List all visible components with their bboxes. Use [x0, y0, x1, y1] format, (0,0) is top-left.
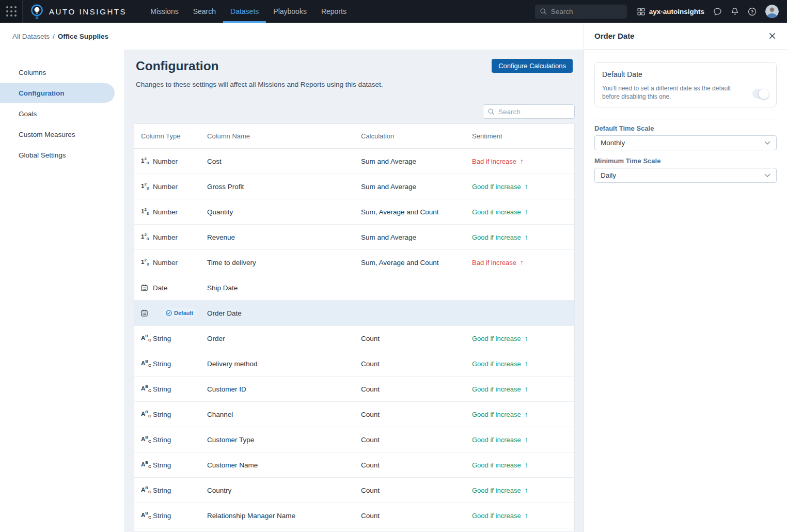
sidebar-item-custom-measures[interactable]: Custom Measures	[0, 124, 115, 145]
check-circle-icon	[166, 310, 172, 316]
arrow-up-icon: ↑	[525, 182, 528, 191]
sentiment-link[interactable]: Good if increase ↑	[472, 385, 528, 393]
table-row[interactable]: ABC String Order Count Good if increase …	[134, 326, 574, 351]
arrow-up-icon: ↑	[525, 385, 528, 393]
nav-item-reports[interactable]: Reports	[314, 0, 354, 23]
main-content: Configuration Changes to these settings …	[124, 50, 584, 532]
table-row[interactable]: 123 Number Gross Profit Sum and Average …	[134, 174, 574, 199]
cell-column-type: ABC String	[134, 461, 200, 469]
close-icon	[769, 33, 776, 39]
nav-item-missions[interactable]: Missions	[143, 0, 185, 23]
cell-column-name: Revenue	[200, 233, 354, 241]
table-row[interactable]: ABC String Customer ID Count Good if inc…	[134, 377, 574, 402]
string-icon: ABC	[141, 511, 150, 520]
cell-column-name: Gross Profit	[200, 183, 354, 191]
table-row[interactable]: 123 Number Quantity Sum, Average and Cou…	[134, 199, 574, 225]
table-row[interactable]: ABC String Customer Name Count Good if i…	[134, 452, 574, 478]
header-calculation: Calculation	[354, 132, 465, 140]
sidebar-item-configuration[interactable]: Configuration	[0, 83, 115, 103]
account-menu[interactable]: ayx-autoinsights	[637, 8, 704, 15]
close-button[interactable]	[769, 33, 776, 39]
sidebar-item-columns[interactable]: Columns	[0, 62, 115, 83]
settings-sidebar: Columns Configuration Goals Custom Measu…	[0, 50, 124, 532]
minimum-time-scale-value: Daily	[601, 171, 616, 179]
cell-column-name: Cost	[200, 158, 354, 165]
cell-sentiment: Good if increase ↑	[465, 359, 574, 368]
cell-calculation: Sum, Average and Count	[354, 259, 465, 267]
app-launcher-button[interactable]	[0, 0, 23, 23]
table-row[interactable]: ABC String Country Count Good if increas…	[134, 478, 574, 503]
sentiment-link[interactable]: Good if increase ↑	[472, 461, 528, 469]
cell-calculation: Sum and Average	[354, 233, 465, 241]
table-row[interactable]: Date Ship Date	[134, 275, 574, 301]
string-icon: ABC	[141, 410, 150, 418]
cell-sentiment: Good if increase ↑	[465, 208, 574, 216]
breadcrumb-current: Office Supplies	[58, 33, 108, 40]
global-search-input[interactable]	[551, 8, 622, 15]
sentiment-link[interactable]: Good if increase ↑	[472, 486, 528, 494]
cell-column-name: Country	[200, 487, 354, 494]
nav-item-search[interactable]: Search	[186, 0, 223, 23]
cell-sentiment: Good if increase ↑	[465, 182, 574, 191]
sentiment-link[interactable]: Good if increase ↑	[472, 182, 528, 191]
header-column-name: Column Name	[200, 132, 354, 140]
date-icon	[141, 284, 150, 291]
nav-item-datasets[interactable]: Datasets	[223, 0, 266, 23]
primary-nav: Missions Search Datasets Playbooks Repor…	[143, 0, 354, 23]
cell-column-name: Quantity	[200, 208, 354, 216]
sentiment-link[interactable]: Good if increase ↑	[472, 233, 528, 241]
help-button[interactable]: ?	[748, 7, 757, 16]
sidebar-item-global-settings[interactable]: Global Settings	[0, 145, 115, 165]
table-row[interactable]: ABC String Relationship Manager Name Cou…	[134, 503, 574, 528]
sentiment-link[interactable]: Bad if increase ↑	[472, 258, 524, 267]
table-search-input[interactable]	[498, 108, 570, 116]
chevron-down-icon	[764, 174, 770, 178]
table-row[interactable]: ABC String Delivery method Count Good if…	[134, 351, 574, 377]
global-search	[535, 5, 627, 19]
cell-calculation: Sum, Average and Count	[354, 208, 465, 216]
table-row[interactable]: 123 Number Revenue Sum and Average Good …	[134, 225, 574, 250]
default-time-scale-select[interactable]: Monthly	[594, 135, 777, 150]
sidebar-item-goals[interactable]: Goals	[0, 103, 115, 124]
chat-button[interactable]	[713, 7, 722, 16]
nav-item-playbooks[interactable]: Playbooks	[266, 0, 314, 23]
panel-divider	[594, 119, 777, 119]
cell-sentiment: Good if increase ↑	[465, 511, 574, 520]
sentiment-link[interactable]: Good if increase ↑	[472, 208, 528, 216]
arrow-up-icon: ↑	[525, 511, 528, 520]
table-row[interactable]: 123 Number Cost Sum and Average Bad if i…	[134, 149, 574, 174]
table-row[interactable]: Default Order Date	[134, 301, 574, 326]
breadcrumb-all-datasets[interactable]: All Datasets	[12, 33, 50, 40]
sentiment-link[interactable]: Bad if increase ↑	[472, 157, 524, 165]
table-row[interactable]: ABC String Customer Type Count Good if i…	[134, 427, 574, 452]
date-icon	[141, 309, 150, 317]
sentiment-link[interactable]: Good if increase ↑	[472, 410, 528, 418]
lightbulb-logo-icon	[30, 4, 43, 20]
default-time-scale-label: Default Time Scale	[594, 124, 777, 132]
notifications-button[interactable]	[731, 7, 739, 15]
breadcrumb: All Datasets / Office Supplies	[0, 23, 584, 50]
cell-calculation: Count	[354, 335, 465, 342]
arrow-up-icon: ↑	[525, 208, 528, 216]
configure-calculations-button[interactable]: Configure Calculations	[492, 59, 573, 73]
panel-title: Order Date	[594, 32, 635, 40]
sentiment-link[interactable]: Good if increase ↑	[472, 435, 528, 444]
user-avatar[interactable]	[765, 5, 779, 18]
default-date-toggle[interactable]	[752, 89, 768, 99]
cell-column-type: 123 Number	[134, 233, 200, 241]
cell-column-name: Channel	[200, 411, 354, 418]
cell-sentiment: Good if increase ↑	[465, 461, 574, 469]
minimum-time-scale-select[interactable]: Daily	[594, 168, 777, 183]
arrow-up-icon: ↑	[525, 334, 528, 342]
table-row[interactable]: 123 Number Time to delivery Sum, Average…	[134, 250, 574, 275]
sentiment-link[interactable]: Good if increase ↑	[472, 511, 528, 520]
cell-column-name: Delivery method	[200, 360, 354, 368]
sentiment-link[interactable]: Good if increase ↑	[472, 359, 528, 368]
table-header-row: Column Type Column Name Calculation Sent…	[134, 124, 574, 149]
sentiment-link[interactable]: Good if increase ↑	[472, 334, 528, 342]
string-icon: ABC	[141, 385, 150, 393]
cell-column-name: Relationship Manager Name	[200, 512, 354, 520]
apps-grid-icon	[637, 8, 645, 15]
brand-name: AUTO INSIGHTS	[49, 7, 127, 16]
table-row[interactable]: ABC String Channel Count Good if increas…	[134, 402, 574, 427]
